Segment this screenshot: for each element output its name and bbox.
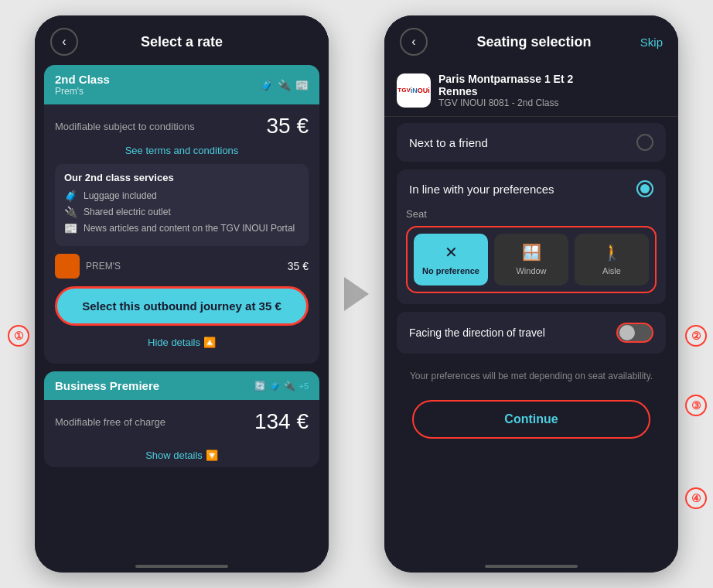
left-content: 2nd Class Prem's 🧳 🔌 📰 Modifiable subjec…	[35, 65, 329, 560]
train-details: Paris Montparnasse 1 Et 2 Rennes TGV INO…	[438, 73, 666, 108]
seat-section: Seat ✕ No preference 🪟 Window �	[397, 208, 666, 304]
preferences-label: In line with your preferences	[409, 183, 554, 196]
preferences-radio[interactable]	[636, 180, 653, 197]
select-journey-button[interactable]: Select this outbound journey at 35 €	[55, 286, 309, 326]
facing-row: Facing the direction of travel	[397, 312, 666, 354]
luggage-service-icon: 🧳	[64, 190, 77, 202]
second-class-header: 2nd Class Prem's 🧳 🔌 📰	[44, 65, 319, 104]
badge-3: ③	[685, 395, 707, 416]
prems-info: PREM'S	[55, 254, 121, 279]
luggage2-icon: 🧳	[269, 381, 281, 391]
plus5-badge: +5	[299, 381, 309, 391]
badge-2: ②	[685, 325, 707, 347]
prems-badge-icon	[55, 254, 80, 279]
no-preference-option[interactable]: ✕ No preference	[414, 234, 488, 285]
selection-options: Next to a friend In line with your prefe…	[384, 117, 678, 560]
second-class-card: 2nd Class Prem's 🧳 🔌 📰 Modifiable subjec…	[44, 65, 319, 364]
next-arrow-icon	[344, 277, 369, 311]
hide-details-button[interactable]: Hide details 🔼	[55, 330, 309, 354]
badge-1: ①	[8, 325, 29, 347]
show-details-label: Show details	[145, 450, 203, 461]
prems-price: 35 €	[288, 260, 309, 272]
luggage-icon: 🧳	[260, 79, 273, 91]
left-back-button[interactable]: ‹	[50, 28, 78, 56]
arrow-container	[344, 277, 369, 311]
facing-toggle[interactable]	[616, 323, 653, 343]
prems-row: PREM'S 35 €	[55, 254, 309, 279]
chevron-down-icon: 🔽	[206, 450, 218, 461]
train-route: Paris Montparnasse 1 Et 2	[438, 73, 666, 85]
right-bottom-bar	[485, 565, 578, 568]
business-body: Modifiable free of charge 134 €	[44, 400, 319, 443]
window-icon: 🪟	[522, 243, 541, 262]
bottom-bar	[135, 565, 228, 568]
train-destination: Rennes	[438, 85, 666, 97]
business-header: Business Premiere 🔄 🧳 🔌 +5	[44, 371, 319, 400]
right-screen: ‹ Seating selection Skip TGV iNOUi Paris…	[384, 15, 678, 573]
service-luggage: 🧳 Luggage included	[64, 190, 299, 202]
second-class-icons: 🧳 🔌 📰	[260, 79, 309, 91]
business-card: Business Premiere 🔄 🧳 🔌 +5 Modifiable fr…	[44, 371, 319, 467]
business-title: Business Premiere	[55, 379, 159, 392]
right-header-title: Seating selection	[476, 34, 591, 50]
service-news: 📰 News articles and content on the TGV I…	[64, 222, 299, 234]
seat-label: Seat	[406, 208, 657, 220]
aisle-icon: 🚶	[602, 243, 622, 262]
left-header-title: Select a rate	[141, 34, 223, 50]
business-icons: 🔄 🧳 🔌 +5	[254, 381, 309, 391]
left-screen: ‹ Select a rate 2nd Class Prem's 🧳 🔌	[35, 15, 329, 573]
train-info: TGV INOUI 8081 - 2nd Class	[438, 97, 666, 108]
preferences-section: In line with your preferences Seat ✕ No …	[397, 169, 666, 304]
next-to-friend-option[interactable]: Next to a friend	[397, 123, 666, 162]
modifiable-label: Modifiable subject to conditions	[55, 121, 195, 132]
prems-label: PREM'S	[86, 261, 121, 272]
price-row: Modifiable subject to conditions 35 €	[55, 114, 309, 138]
skip-button[interactable]: Skip	[640, 36, 663, 49]
business-price: 134 €	[254, 409, 309, 434]
badge-4: ④	[685, 487, 707, 509]
left-phone: ‹ Select a rate 2nd Class Prem's 🧳 🔌	[35, 15, 329, 573]
services-title: Our 2nd class services	[64, 172, 299, 183]
news-label: News articles and content on the TGV INO…	[84, 223, 295, 234]
seat-options: ✕ No preference 🪟 Window 🚶 Aisle	[406, 226, 657, 293]
show-details-button[interactable]: Show details 🔽	[44, 443, 319, 467]
news-icon: 📰	[295, 79, 309, 91]
refund-icon: 🔄	[254, 381, 266, 391]
window-option[interactable]: 🪟 Window	[494, 234, 568, 285]
luggage-label: Luggage included	[84, 190, 157, 201]
continue-button[interactable]: Continue	[412, 400, 650, 439]
preferences-header[interactable]: In line with your preferences	[397, 169, 666, 208]
aisle-label: Aisle	[602, 266, 621, 276]
right-back-button[interactable]: ‹	[400, 28, 428, 56]
terms-link[interactable]: See terms and conditions	[55, 145, 309, 156]
right-phone: ‹ Seating selection Skip TGV iNOUi Paris…	[384, 15, 678, 573]
chevron-up-icon: 🔼	[203, 337, 216, 348]
outlet-label: Shared electric outlet	[84, 207, 171, 217]
services-box: Our 2nd class services 🧳 Luggage include…	[55, 164, 309, 246]
right-header: ‹ Seating selection Skip	[384, 15, 678, 65]
service-outlet: 🔌 Shared electric outlet	[64, 206, 299, 218]
news-service-icon: 📰	[64, 222, 77, 234]
no-preference-icon: ✕	[445, 243, 458, 262]
left-header: ‹ Select a rate	[35, 15, 329, 65]
next-to-friend-radio[interactable]	[636, 134, 653, 151]
window-label: Window	[516, 266, 546, 276]
outlet-service-icon: 🔌	[64, 206, 77, 218]
no-preference-label: No preference	[422, 266, 479, 276]
aisle-option[interactable]: 🚶 Aisle	[575, 234, 649, 285]
next-to-friend-label: Next to a friend	[409, 136, 488, 149]
second-class-title: 2nd Class	[55, 73, 110, 86]
train-info-row: TGV iNOUi Paris Montparnasse 1 Et 2 Renn…	[384, 65, 678, 117]
facing-label: Facing the direction of travel	[409, 326, 545, 339]
preferences-note: Your preferences will be met depending o…	[397, 361, 666, 386]
hide-details-label: Hide details	[148, 337, 200, 348]
second-class-subtitle: Prem's	[55, 86, 110, 97]
toggle-knob	[619, 325, 635, 340]
train-logo: TGV iNOUi	[397, 74, 431, 108]
main-container: ‹ Select a rate 2nd Class Prem's 🧳 🔌	[0, 0, 713, 588]
second-class-price: 35 €	[267, 114, 309, 138]
second-class-body: Modifiable subject to conditions 35 € Se…	[44, 104, 319, 364]
outlet-icon: 🔌	[278, 79, 291, 91]
outlet2-icon: 🔌	[284, 381, 295, 391]
business-modifiable: Modifiable free of charge	[55, 416, 165, 428]
